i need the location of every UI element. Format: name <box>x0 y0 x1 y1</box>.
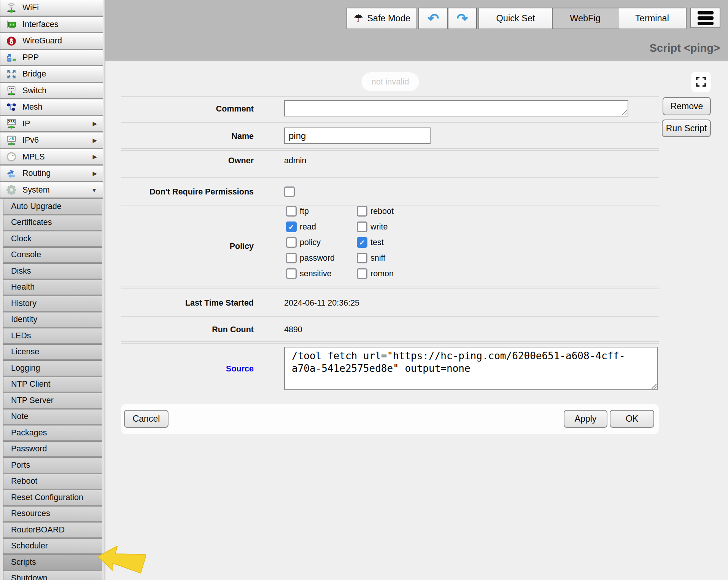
tab-terminal[interactable]: Terminal <box>618 8 687 29</box>
sidebar-item-wireguard[interactable]: WireGuard <box>0 33 103 50</box>
divider <box>121 148 659 151</box>
sidebar-item-ipv6[interactable]: ✓6IPv6▶ <box>0 132 103 149</box>
owner-value: admin <box>284 155 307 166</box>
policy-option-sensitive[interactable]: sensitive <box>286 268 357 279</box>
sidebar-item-scheduler[interactable]: Scheduler <box>3 539 102 555</box>
tab-webfig[interactable]: WebFig <box>552 8 618 29</box>
webfig-page: Script <ping> ☂ Safe Mode ↶ ↷ Quick Set … <box>0 0 728 580</box>
sidebar-item-ports[interactable]: Ports <box>3 457 102 474</box>
ipv6-icon: ✓6 <box>5 134 18 147</box>
checkbox-checked-icon[interactable]: ✓ <box>286 221 297 232</box>
remove-button[interactable]: Remove <box>663 97 711 115</box>
chevron-right-icon: ▶ <box>92 170 97 177</box>
checkbox-icon[interactable] <box>357 206 367 217</box>
sidebar-item-password[interactable]: Password <box>3 441 102 458</box>
sidebar-item-packages[interactable]: Packages <box>3 425 102 441</box>
policy-option-ftp[interactable]: ftp <box>286 206 357 217</box>
sidebar-item-clock[interactable]: Clock <box>3 231 102 247</box>
interfaces-icon <box>5 18 18 31</box>
name-field[interactable] <box>284 127 431 144</box>
sidebar-item-routing[interactable]: Routing▶ <box>0 166 103 182</box>
sidebar-item-bridge[interactable]: Bridge <box>0 66 103 83</box>
chevron-right-icon: ▶ <box>92 137 97 144</box>
menu-button[interactable] <box>690 8 720 28</box>
sidebar-item-switch[interactable]: Switch <box>0 83 103 100</box>
policy-option-write[interactable]: write <box>357 221 456 232</box>
ppp-icon <box>5 51 18 64</box>
sidebar-item-certificates[interactable]: Certificates <box>3 215 102 231</box>
last-time-started-label: Last Time Started <box>121 298 254 308</box>
sidebar-item-ntp-client[interactable]: NTP Client <box>3 377 102 393</box>
policy-option-romon[interactable]: romon <box>357 268 456 279</box>
redo-button[interactable]: ↷ <box>448 8 477 29</box>
redo-icon: ↷ <box>456 12 468 25</box>
name-label: Name <box>121 131 254 142</box>
fullscreen-button[interactable] <box>691 72 711 92</box>
comment-label: Comment <box>121 104 254 114</box>
sidebar-item-shutdown[interactable]: Shutdown <box>3 571 102 580</box>
sidebar-item-identity[interactable]: Identity <box>3 312 102 328</box>
apply-button[interactable]: Apply <box>564 410 607 428</box>
divider <box>121 341 659 344</box>
wireguard-icon <box>5 35 18 48</box>
policy-option-read[interactable]: ✓read <box>286 221 357 232</box>
sidebar-item-mpls[interactable]: MPLS▶ <box>0 149 103 166</box>
sidebar-item-mesh[interactable]: Mesh <box>0 99 103 116</box>
dont-require-permissions-label: Don't Require Permissions <box>121 186 254 197</box>
sidebar-item-ip[interactable]: 255IP▶ <box>0 116 103 133</box>
cancel-button[interactable]: Cancel <box>124 410 168 428</box>
sidebar-item-system[interactable]: System▼ <box>0 182 103 199</box>
sidebar: WiFiInterfacesWireGuardPPPBridgeSwitchMe… <box>0 0 105 580</box>
sidebar-item-scripts[interactable]: Scripts <box>3 555 102 571</box>
sidebar-item-wifi[interactable]: WiFi <box>0 0 103 17</box>
sidebar-item-logging[interactable]: Logging <box>3 360 102 377</box>
checkbox-icon[interactable] <box>286 237 297 248</box>
sidebar-item-auto-upgrade[interactable]: Auto Upgrade <box>3 199 102 215</box>
sidebar-system-items: Auto UpgradeCertificatesClockConsoleDisk… <box>0 199 105 580</box>
policy-option-sniff[interactable]: sniff <box>357 253 456 263</box>
undo-button[interactable]: ↶ <box>418 8 448 29</box>
sidebar-item-resources[interactable]: Resources <box>3 506 102 523</box>
divider <box>121 96 659 97</box>
ok-button[interactable]: OK <box>610 410 654 428</box>
sidebar-item-history[interactable]: History <box>3 296 102 312</box>
switch-icon <box>5 84 18 97</box>
last-time-started-value: 2024-06-11 20:36:25 <box>284 298 359 308</box>
comment-field[interactable] <box>284 100 628 116</box>
sidebar-item-note[interactable]: Note <box>3 409 102 425</box>
sidebar-item-reset-configuration[interactable]: Reset Configuration <box>3 490 102 506</box>
checkbox-icon[interactable] <box>357 268 367 279</box>
sidebar-item-ntp-server[interactable]: NTP Server <box>3 393 102 409</box>
policy-option-reboot[interactable]: reboot <box>357 206 456 217</box>
divider <box>121 316 659 317</box>
sidebar-item-disks[interactable]: Disks <box>3 263 102 280</box>
bridge-icon <box>5 68 18 81</box>
checkbox-icon[interactable] <box>357 221 367 232</box>
sidebar-item-license[interactable]: License <box>3 344 102 361</box>
sidebar-item-reboot[interactable]: Reboot <box>3 474 102 490</box>
ip-icon: 255 <box>5 117 18 130</box>
checkbox-icon[interactable] <box>357 253 367 263</box>
checkbox-icon[interactable] <box>286 253 297 263</box>
policy-option-password[interactable]: password <box>286 253 357 263</box>
sidebar-item-console[interactable]: Console <box>3 247 102 264</box>
wifi-icon <box>5 2 18 14</box>
safe-mode-button[interactable]: ☂ Safe Mode <box>347 8 417 29</box>
chevron-right-icon: ▶ <box>92 120 97 127</box>
dont-require-permissions-checkbox[interactable] <box>284 186 295 197</box>
policy-option-policy[interactable]: policy <box>286 237 357 248</box>
source-field[interactable]: /tool fetch url="https://hc-ping.com/620… <box>284 347 658 390</box>
sidebar-item-routerboard[interactable]: RouterBOARD <box>3 522 102 539</box>
tab-quick-set[interactable]: Quick Set <box>478 8 553 29</box>
checkbox-icon[interactable] <box>286 206 297 217</box>
checkbox-icon[interactable] <box>286 268 297 279</box>
sidebar-item-health[interactable]: Health <box>3 280 102 296</box>
checkbox-checked-icon[interactable]: ✓ <box>357 237 367 248</box>
run-script-button[interactable]: Run Script <box>662 120 711 137</box>
sidebar-item-leds[interactable]: LEDs <box>3 328 102 344</box>
chevron-right-icon: ▶ <box>92 153 97 160</box>
sidebar-item-ppp[interactable]: PPP <box>0 50 103 67</box>
sidebar-top-items: WiFiInterfacesWireGuardPPPBridgeSwitchMe… <box>0 0 105 199</box>
sidebar-item-interfaces[interactable]: Interfaces <box>0 17 103 33</box>
policy-option-test[interactable]: ✓test <box>357 237 456 248</box>
